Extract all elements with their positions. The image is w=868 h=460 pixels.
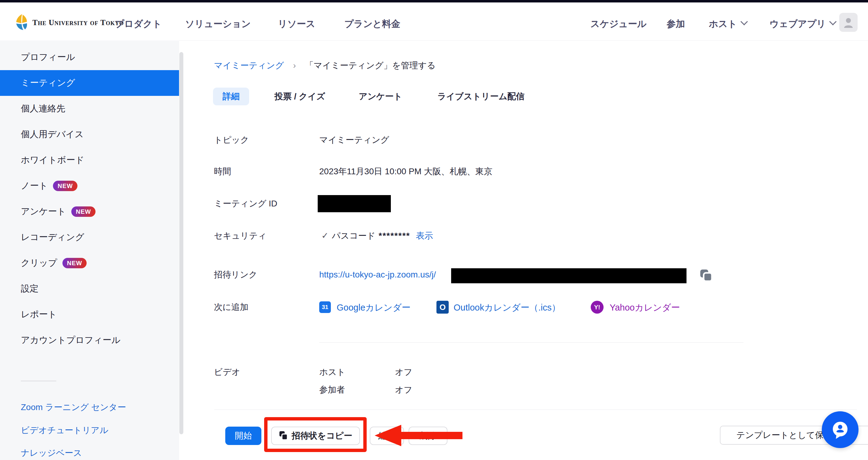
- sidebar-divider: [21, 381, 56, 381]
- breadcrumb-my-meetings[interactable]: マイミーティング: [214, 61, 284, 70]
- show-passcode-link[interactable]: 表示: [416, 230, 433, 241]
- new-badge: NEW: [71, 206, 96, 217]
- sidebar-item-surveys[interactable]: アンケートNEW: [0, 199, 179, 225]
- sidebar-item-reports[interactable]: レポート: [0, 302, 179, 327]
- video-participant-label: 参加者: [319, 384, 345, 395]
- sidebar: プロフィール ミーティング 個人連絡先 個人用デバイス ホワイトボード ノートN…: [0, 40, 179, 460]
- tab-surveys[interactable]: アンケート: [359, 91, 402, 102]
- nav-products[interactable]: プロダクト: [115, 18, 162, 30]
- nav-resources[interactable]: リソース: [278, 18, 315, 30]
- meeting-id-label: ミーティング ID: [214, 198, 277, 209]
- header: The University of Tokyo プロダクト ソリューション リソ…: [0, 2, 868, 41]
- topic-label: トピック: [214, 135, 249, 145]
- meeting-id-redaction-box: [318, 195, 391, 212]
- topic-value: マイミーティング: [319, 135, 389, 145]
- sidebar-link-video-tutorials[interactable]: ビデオチュートリアル: [21, 424, 108, 437]
- person-bubble-icon: [829, 418, 852, 441]
- sidebar-item-recordings[interactable]: レコーディング: [0, 225, 179, 250]
- breadcrumb-separator: ›: [293, 61, 296, 70]
- sidebar-link-learning-center[interactable]: Zoom ラーニング センター: [21, 401, 126, 414]
- nav-plans[interactable]: プランと料金: [344, 18, 400, 30]
- check-icon: ✓: [321, 230, 329, 241]
- breadcrumb: マイミーティング › 「マイミーティング」を管理する: [214, 60, 436, 71]
- yahoo-calendar-icon[interactable]: Y!: [591, 301, 603, 314]
- sidebar-item-meetings[interactable]: ミーティング: [0, 70, 179, 96]
- university-logo-text: The University of Tokyo: [32, 18, 124, 27]
- top-dark-strip: [0, 0, 868, 2]
- edit-button[interactable]: 編集: [370, 427, 404, 445]
- sidebar-item-clips[interactable]: クリップNEW: [0, 250, 179, 276]
- invite-link-label: 招待リンク: [214, 269, 257, 280]
- breadcrumb-current: 「マイミーティング」を管理する: [305, 61, 436, 70]
- support-chat-button[interactable]: [822, 411, 859, 448]
- user-avatar[interactable]: [839, 13, 858, 32]
- invite-link-redaction-box: [451, 268, 686, 283]
- new-badge: NEW: [62, 258, 87, 268]
- nav-join[interactable]: 参加: [666, 18, 685, 30]
- person-icon: [842, 16, 855, 28]
- invite-link-url[interactable]: https://u-tokyo-ac-jp.zoom.us/j/: [319, 269, 436, 280]
- tab-polls[interactable]: 投票 / クイズ: [275, 91, 325, 102]
- google-calendar-icon[interactable]: 31: [319, 301, 331, 313]
- time-value: 2023年11月30日 10:00 PM 大阪、札幌、東京: [319, 166, 492, 177]
- university-logo[interactable]: The University of Tokyo: [15, 13, 124, 32]
- time-label: 時間: [214, 166, 231, 177]
- nav-host-menu[interactable]: ホスト: [709, 18, 746, 30]
- annotation-highlight-box: [264, 417, 367, 452]
- start-button[interactable]: 開始: [225, 427, 261, 445]
- zoom-web-portal: The University of Tokyo プロダクト ソリューション リソ…: [0, 0, 868, 460]
- outlook-calendar-icon[interactable]: O: [436, 301, 449, 314]
- utokyo-ginkgo-icon: [15, 13, 28, 32]
- footer-divider: [214, 409, 857, 410]
- chevron-down-icon: [830, 18, 837, 25]
- video-host-value: オフ: [395, 367, 412, 378]
- video-participant-value: オフ: [395, 384, 412, 395]
- tab-livestream[interactable]: ライブストリーム配信: [437, 91, 525, 102]
- nav-solutions[interactable]: ソリューション: [185, 18, 251, 30]
- sidebar-scrollbar[interactable]: [179, 52, 183, 434]
- video-host-label: ホスト: [319, 367, 345, 378]
- section-divider: [319, 342, 743, 343]
- passcode-label: パスコード: [332, 230, 376, 241]
- sidebar-item-notes[interactable]: ノートNEW: [0, 173, 179, 199]
- sidebar-item-whiteboard[interactable]: ホワイトボード: [0, 147, 179, 173]
- sidebar-item-profile[interactable]: プロフィール: [0, 45, 179, 70]
- chevron-down-icon: [740, 18, 748, 25]
- sidebar-item-devices[interactable]: 個人用デバイス: [0, 122, 179, 147]
- passcode-mask: ********: [379, 230, 410, 241]
- add-to-label: 次に追加: [214, 302, 249, 313]
- nav-schedule[interactable]: スケジュール: [590, 18, 647, 30]
- security-label: セキュリティ: [214, 230, 267, 241]
- outlook-calendar-link[interactable]: Outlookカレンダー（.ics）: [454, 302, 560, 314]
- nav-webapp-menu[interactable]: ウェブアプリ: [770, 18, 835, 30]
- sidebar-item-contacts[interactable]: 個人連絡先: [0, 96, 179, 122]
- yahoo-calendar-link[interactable]: Yahooカレンダー: [610, 302, 680, 314]
- sidebar-item-account-profile[interactable]: アカウントプロフィール: [0, 327, 179, 353]
- sidebar-link-knowledge-base[interactable]: ナレッジベース: [21, 447, 82, 459]
- copy-link-icon[interactable]: [699, 268, 714, 285]
- video-label: ビデオ: [214, 367, 240, 378]
- delete-button[interactable]: 削除: [409, 427, 447, 445]
- sidebar-item-settings[interactable]: 設定: [0, 276, 179, 302]
- tab-details[interactable]: 詳細: [213, 88, 249, 105]
- new-badge: NEW: [53, 181, 78, 191]
- google-calendar-link[interactable]: Googleカレンダー: [337, 302, 410, 314]
